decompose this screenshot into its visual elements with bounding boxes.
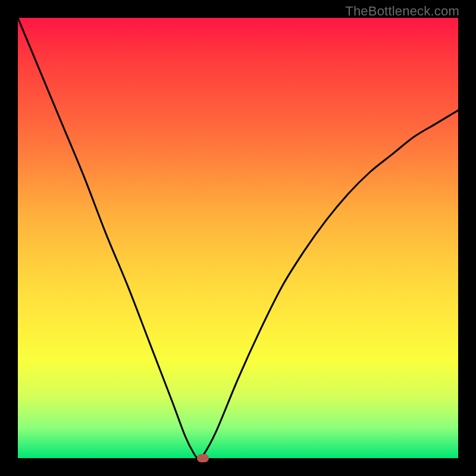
watermark-label: TheBottleneck.com [345,4,459,19]
chart-frame: TheBottleneck.com [0,0,476,476]
plot-area [18,18,458,458]
optimum-marker [197,454,209,462]
bottleneck-curve [18,18,458,458]
curve-svg [18,18,458,458]
